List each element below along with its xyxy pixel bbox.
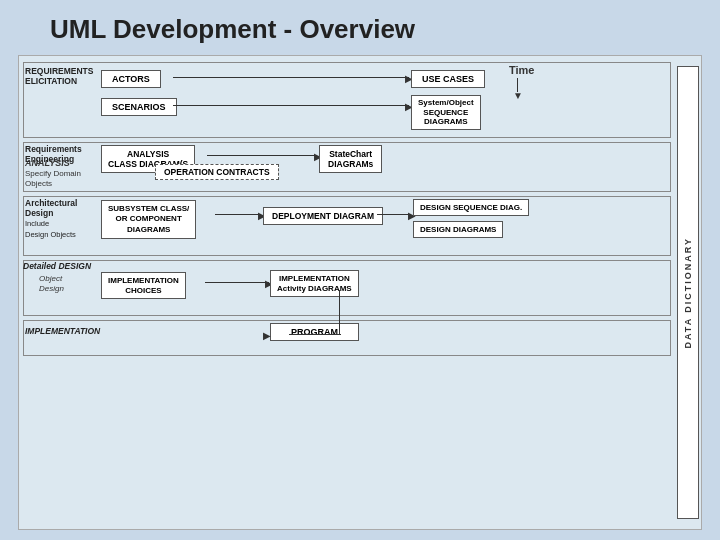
subsystem-to-deploy-line bbox=[215, 214, 261, 215]
page-title: UML Development - Overview bbox=[0, 0, 720, 51]
implementation-label: IMPLEMENTATION bbox=[25, 326, 100, 336]
data-dictionary-label: DATA DICTIONARY bbox=[683, 237, 693, 349]
design-seq-box: DESIGN SEQUENCE DIAG. bbox=[413, 199, 529, 216]
activity-down-line bbox=[339, 290, 340, 334]
page: UML Development - Overview Time ▼ DATA D… bbox=[0, 0, 720, 540]
program-box: PROGRAM bbox=[270, 323, 359, 341]
scenarios-box: SCENARIOS bbox=[101, 98, 177, 116]
design-diag-box: DESIGN DIAGRAMS bbox=[413, 221, 503, 238]
main-area: Time ▼ DATA DICTIONARY REQUIREMENTS ELIC… bbox=[18, 55, 702, 530]
deployment-box: DEPLOYMENT DIAGRAM bbox=[263, 207, 383, 225]
subsystem-box: SUBSYSTEM CLASS/OR COMPONENTDIAGRAMS bbox=[101, 200, 196, 239]
data-dictionary-box: DATA DICTIONARY bbox=[677, 66, 699, 519]
arrow-to-program: ▶ bbox=[263, 330, 271, 341]
scenarios-to-sysobj-line bbox=[173, 105, 409, 106]
impl-choices-box: IMPLEMENTATIONCHOICES bbox=[101, 272, 186, 299]
use-cases-box: USE CASES bbox=[411, 70, 485, 88]
deploy-to-designseq-line bbox=[377, 214, 411, 215]
choices-to-activity-line bbox=[205, 282, 269, 283]
sys-obj-box: System/ObjectSEQUENCEDIAGRAMS bbox=[411, 95, 481, 130]
op-contracts-box: OPERATION CONTRACTS bbox=[155, 164, 279, 180]
detailed-design-label: Detailed DESIGN bbox=[23, 261, 101, 271]
impl-activity-box: IMPLEMENTATIONActivity DIAGRAMS bbox=[270, 270, 359, 297]
analysis-to-statechart-line bbox=[207, 155, 317, 156]
analysis-title: ANALYSIS Specify DomainObjects bbox=[25, 158, 101, 188]
program-connect-line bbox=[289, 334, 341, 335]
object-design-label: ObjectDesign bbox=[39, 274, 64, 293]
req-elicitation-label: REQUIREMENTS ELICITATION bbox=[25, 66, 101, 86]
actors-to-usecases-line bbox=[173, 77, 409, 78]
statechart-box: StateChartDIAGRAMs bbox=[319, 145, 382, 173]
content-area: Time ▼ DATA DICTIONARY REQUIREMENTS ELIC… bbox=[19, 56, 701, 529]
arch-design-label: ArchitecturalDesignIncludeDesign Objects bbox=[25, 198, 101, 239]
actors-box: ACTORS bbox=[101, 70, 161, 88]
